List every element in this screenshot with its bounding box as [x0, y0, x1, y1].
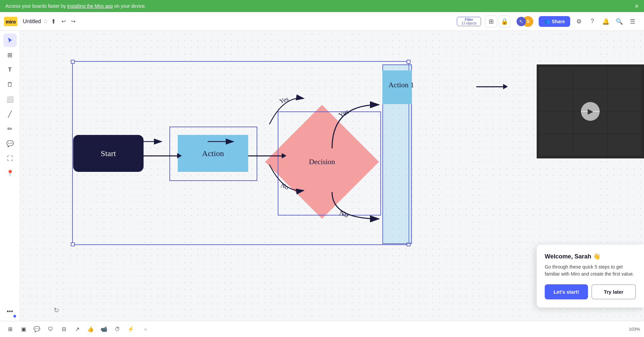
action-to-decision-arrow: [248, 153, 286, 158]
filter-count: 13 objects: [461, 21, 477, 25]
svg-text:miro: miro: [6, 19, 16, 25]
banner-close-button[interactable]: ×: [635, 2, 639, 10]
main-area: ⊞ T 🗒 ⬜ ╱ ✏ 💬 ⛶ 📍 ••• Start: [0, 31, 644, 321]
no-arrow-svg: No: [299, 185, 399, 252]
header: miro Untitled ☆ ⬆ ↩ ↪ Filter 13 objects …: [0, 12, 644, 31]
welcome-description: Go through these quick 5 steps to get fa…: [545, 263, 636, 278]
star-icon[interactable]: ☆: [43, 18, 48, 25]
board-title[interactable]: Untitled: [23, 18, 41, 25]
canvas[interactable]: Start Action Decision Action 1: [20, 31, 644, 321]
sticky-tool-button[interactable]: 🗒: [3, 78, 17, 91]
action1-arrow: [476, 84, 508, 89]
zoom-level: 103%: [629, 327, 640, 332]
video-panel[interactable]: ▶: [537, 64, 644, 158]
speech-bubble-button[interactable]: 🗨: [44, 323, 56, 335]
welcome-title: Welcome, Sarah 👋: [545, 253, 636, 260]
svg-text:Yes: Yes: [278, 95, 289, 105]
upload-button[interactable]: ⬆: [51, 18, 56, 25]
select-tool-button[interactable]: [3, 34, 17, 47]
action-label: Action: [202, 149, 224, 158]
collapse-toolbar-button[interactable]: «: [140, 323, 152, 335]
selection-handle-tl[interactable]: [71, 60, 75, 64]
lets-start-button[interactable]: Let's start!: [545, 284, 588, 299]
timer-button[interactable]: ⏱: [111, 323, 123, 335]
selection-handle-tr[interactable]: [407, 60, 411, 64]
try-later-button[interactable]: Try later: [591, 284, 636, 299]
start-label: Start: [101, 149, 116, 158]
table-button[interactable]: ⊟: [58, 323, 70, 335]
welcome-actions: Let's start! Try later: [545, 284, 636, 299]
cursor-icon: ↖: [517, 17, 526, 26]
start-to-action-arrow: [144, 153, 182, 158]
crop-tool-button[interactable]: ⛶: [3, 152, 17, 165]
yes-arrow-svg: Yes: [299, 85, 399, 158]
board-view-button[interactable]: ⊞: [485, 15, 497, 28]
pencil-tool-button[interactable]: ✏: [3, 122, 17, 136]
frame-tool-button[interactable]: ⬜: [3, 93, 17, 106]
lock-button[interactable]: 🔒: [498, 15, 511, 28]
rotate-cursor-icon: ↻: [54, 306, 59, 314]
present-button[interactable]: ▣: [17, 323, 30, 335]
welcome-panel: Welcome, Sarah 👋 Go through these quick …: [537, 245, 644, 307]
lightning-button[interactable]: ⚡: [125, 323, 137, 335]
undo-button[interactable]: ↩: [59, 17, 68, 26]
install-link[interactable]: installing the Miro app: [67, 3, 113, 9]
settings-button[interactable]: ⚙: [573, 15, 585, 28]
notification-dot: [13, 315, 16, 318]
pin-tool-button[interactable]: 📍: [3, 166, 17, 180]
help-button[interactable]: ?: [586, 15, 598, 28]
left-toolbar: ⊞ T 🗒 ⬜ ╱ ✏ 💬 ⛶ 📍 •••: [0, 31, 20, 321]
notifications-button[interactable]: 🔔: [600, 15, 612, 28]
filter-area[interactable]: Filter 13 objects: [457, 17, 481, 26]
comment-tool-button[interactable]: 💬: [3, 137, 17, 150]
filter-label: Filter: [465, 18, 473, 21]
install-banner: Access your boards faster by installing …: [0, 0, 644, 12]
miro-logo[interactable]: miro: [4, 17, 17, 26]
grid-layout-button[interactable]: ⊞: [4, 323, 16, 335]
start-shape[interactable]: Start: [73, 135, 144, 172]
action-shape[interactable]: Action: [178, 135, 248, 172]
banner-text: Access your boards faster by installing …: [5, 3, 146, 9]
video-call-button[interactable]: 📹: [98, 323, 110, 335]
thumbs-up-button[interactable]: 👍: [85, 323, 97, 335]
svg-text:Yes: Yes: [337, 107, 351, 120]
grid-tool-button[interactable]: ⊞: [3, 48, 17, 62]
redo-button[interactable]: ↪: [68, 17, 78, 26]
more-tools-wrap: •••: [3, 305, 17, 318]
selection-handle-bl[interactable]: [71, 242, 75, 246]
more-tools-button[interactable]: •••: [3, 305, 17, 318]
text-tool-button[interactable]: T: [3, 63, 17, 77]
line-tool-button[interactable]: ╱: [3, 107, 17, 121]
share-icon: 👥: [544, 19, 550, 24]
video-grid: [537, 64, 644, 158]
comment-bottom-button[interactable]: 💬: [31, 323, 43, 335]
external-link-button[interactable]: ↗: [71, 323, 83, 335]
search-button[interactable]: 🔍: [613, 15, 625, 28]
share-button[interactable]: 👥 Share: [539, 16, 570, 27]
menu-button[interactable]: ☰: [627, 15, 639, 28]
bottom-toolbar: ⊞ ▣ 💬 🗨 ⊟ ↗ 👍 📹 ⏱ ⚡ « 103%: [0, 321, 644, 337]
